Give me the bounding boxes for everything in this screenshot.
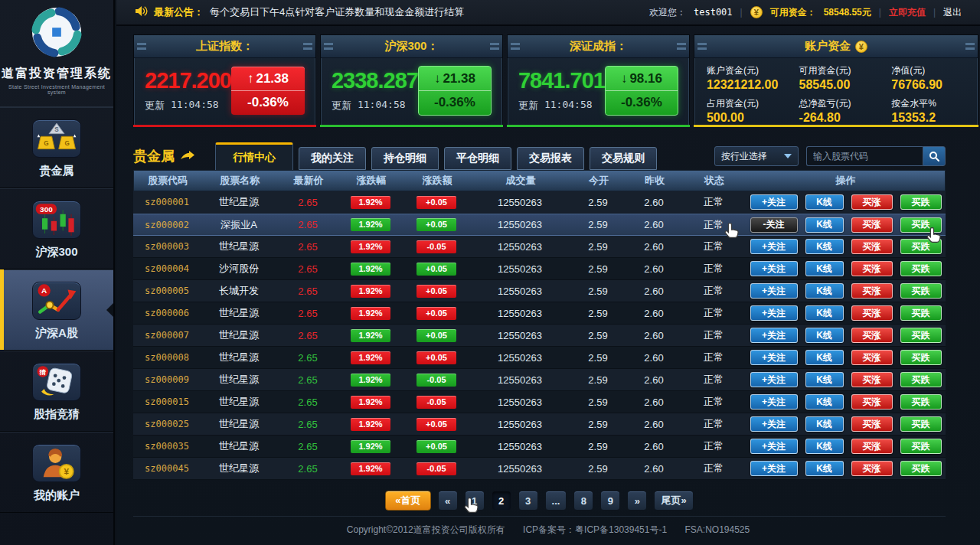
buy-up-button[interactable]: 买涨 bbox=[851, 239, 893, 254]
buy-down-button[interactable]: 买跌 bbox=[900, 239, 942, 254]
table-row[interactable]: sz000001 世纪星源 2.65 1.92% +0.05 12550263 … bbox=[133, 191, 946, 214]
watch-button[interactable]: +关注 bbox=[750, 372, 798, 387]
buy-up-button[interactable]: 买涨 bbox=[851, 305, 893, 321]
tab[interactable]: 我的关注 bbox=[299, 147, 366, 170]
chevron-down-icon bbox=[784, 154, 792, 158]
buy-up-button[interactable]: 买涨 bbox=[851, 261, 893, 276]
buy-down-button[interactable]: 买跌 bbox=[900, 283, 942, 299]
watch-button[interactable]: +关注 bbox=[750, 350, 798, 365]
page-button[interactable]: «首页 bbox=[385, 491, 430, 511]
latest-price: 2.65 bbox=[277, 263, 338, 275]
buy-up-button[interactable]: 买涨 bbox=[851, 194, 893, 210]
buy-down-button[interactable]: 买跌 bbox=[900, 439, 942, 454]
table-row[interactable]: sz000003 世纪星源 2.65 1.92% -0.05 12550263 … bbox=[133, 236, 946, 258]
volume: 12550263 bbox=[470, 352, 570, 364]
buy-up-button[interactable]: 买涨 bbox=[851, 283, 893, 299]
index-value: 2217.200 bbox=[145, 68, 231, 93]
buy-up-button[interactable]: 买涨 bbox=[851, 461, 893, 476]
buy-down-button[interactable]: 买跌 bbox=[900, 372, 942, 387]
page-button[interactable]: 尾页» bbox=[654, 491, 693, 511]
watch-button[interactable]: -关注 bbox=[750, 217, 798, 233]
kline-button[interactable]: K线 bbox=[805, 305, 844, 321]
kline-button[interactable]: K线 bbox=[805, 194, 844, 210]
table-row[interactable]: sz000006 世纪星源 2.65 1.92% +0.05 12550263 … bbox=[133, 302, 946, 325]
watch-button[interactable]: +关注 bbox=[750, 305, 798, 321]
account-panel: 账户资金 ¥ 账户资金(元) 12321212.00 可用资金(元) 58545… bbox=[694, 34, 978, 127]
page-button[interactable]: 3 bbox=[518, 491, 538, 511]
sidebar-item-hs300[interactable]: 300 沪深300 bbox=[0, 188, 113, 269]
stock-code-input[interactable] bbox=[806, 146, 923, 166]
watch-button[interactable]: +关注 bbox=[750, 283, 798, 299]
table-row[interactable]: sz000025 世纪星源 2.65 1.92% +0.05 12550263 … bbox=[133, 413, 946, 436]
watch-button[interactable]: +关注 bbox=[750, 194, 798, 210]
sidebar-item-my-account[interactable]: ¥ 我的账户 bbox=[0, 432, 113, 513]
kline-button[interactable]: K线 bbox=[805, 350, 844, 365]
logout-link[interactable]: 退出 bbox=[943, 6, 962, 19]
table-row[interactable]: sz000015 世纪星源 2.65 1.92% -0.05 12550263 … bbox=[133, 391, 946, 413]
buy-down-button[interactable]: 买跌 bbox=[900, 416, 942, 432]
watch-button[interactable]: +关注 bbox=[750, 416, 798, 432]
page-button[interactable]: 2 bbox=[492, 491, 511, 511]
buy-up-button[interactable]: 买涨 bbox=[851, 217, 893, 233]
buy-up-button[interactable]: 买涨 bbox=[851, 350, 893, 365]
announcement-text: 每个交易日下午4点针对客户证券数量和现金金额进行结算 bbox=[210, 5, 464, 19]
kline-button[interactable]: K线 bbox=[805, 372, 844, 387]
table-row[interactable]: sz000004 沙河股份 2.65 1.92% +0.05 12550263 … bbox=[133, 258, 946, 280]
kline-button[interactable]: K线 bbox=[805, 461, 844, 476]
kline-button[interactable]: K线 bbox=[805, 416, 844, 432]
buy-up-button[interactable]: 买涨 bbox=[851, 372, 893, 387]
buy-down-button[interactable]: 买跌 bbox=[900, 261, 942, 276]
tab[interactable]: 行情中心 bbox=[215, 142, 293, 170]
watch-button[interactable]: +关注 bbox=[750, 394, 798, 410]
buy-down-button[interactable]: 买跌 bbox=[900, 328, 942, 343]
buy-down-button[interactable]: 买跌 bbox=[900, 461, 942, 476]
tab[interactable]: 交易规则 bbox=[590, 147, 657, 170]
sidebar-item-index-guess[interactable]: 猜 股指竞猜 bbox=[0, 351, 113, 432]
kline-button[interactable]: K线 bbox=[805, 394, 844, 410]
buy-down-button[interactable]: 买跌 bbox=[900, 394, 942, 410]
welcome-label: 欢迎您： bbox=[649, 6, 686, 19]
tab[interactable]: 平仓明细 bbox=[444, 147, 511, 170]
industry-select[interactable]: 按行业选择 bbox=[714, 146, 799, 166]
recharge-link[interactable]: 立即充值 bbox=[889, 6, 926, 19]
buy-up-button[interactable]: 买涨 bbox=[851, 394, 893, 410]
kline-button[interactable]: K线 bbox=[805, 217, 844, 233]
kline-button[interactable]: K线 bbox=[805, 239, 844, 254]
page-button[interactable]: 8 bbox=[573, 491, 593, 511]
buy-down-button[interactable]: 买跌 bbox=[900, 217, 942, 233]
buy-up-button[interactable]: 买涨 bbox=[851, 416, 893, 432]
page-button[interactable]: 9 bbox=[600, 491, 620, 511]
watch-button[interactable]: +关注 bbox=[750, 461, 798, 476]
table-row[interactable]: sz000045 世纪星源 2.65 1.92% -0.05 12550263 … bbox=[133, 458, 946, 480]
table-row[interactable]: sz000002 深振业A 2.65 1.92% +0.05 12550263 … bbox=[133, 214, 946, 236]
table-row[interactable]: sz000035 世纪星源 2.65 1.92% +0.05 12550263 … bbox=[133, 436, 946, 458]
buy-down-button[interactable]: 买跌 bbox=[900, 350, 942, 365]
watch-button[interactable]: +关注 bbox=[750, 261, 798, 276]
kline-button[interactable]: K线 bbox=[805, 283, 844, 299]
svg-text:G: G bbox=[44, 140, 48, 147]
buy-up-button[interactable]: 买涨 bbox=[851, 439, 893, 454]
table-row[interactable]: sz000009 世纪星源 2.65 1.92% -0.05 12550263 … bbox=[133, 369, 946, 391]
page-button[interactable]: « bbox=[438, 491, 458, 511]
row-actions: +关注 K线 买涨 买跌 bbox=[746, 372, 946, 387]
watch-button[interactable]: +关注 bbox=[750, 328, 798, 343]
page-button[interactable]: ... bbox=[545, 491, 567, 511]
page-button[interactable]: 1 bbox=[465, 491, 485, 511]
buy-down-button[interactable]: 买跌 bbox=[900, 194, 942, 210]
kline-button[interactable]: K线 bbox=[805, 328, 844, 343]
kline-button[interactable]: K线 bbox=[805, 261, 844, 276]
watch-button[interactable]: +关注 bbox=[750, 439, 798, 454]
page-button[interactable]: » bbox=[627, 491, 647, 511]
sidebar-item-a-shares[interactable]: A 沪深A股 bbox=[0, 269, 113, 351]
table-row[interactable]: sz000005 长城开发 2.65 1.92% +0.05 12550263 … bbox=[133, 280, 946, 302]
table-row[interactable]: sz000007 世纪星源 2.65 1.92% +0.05 12550263 … bbox=[133, 325, 946, 347]
table-row[interactable]: sz000008 世纪星源 2.65 1.92% +0.05 12550263 … bbox=[133, 347, 946, 369]
buy-up-button[interactable]: 买涨 bbox=[851, 328, 893, 343]
tab[interactable]: 交易报表 bbox=[517, 147, 584, 170]
search-button[interactable] bbox=[923, 146, 946, 166]
kline-button[interactable]: K线 bbox=[805, 439, 844, 454]
buy-down-button[interactable]: 买跌 bbox=[900, 305, 942, 321]
watch-button[interactable]: +关注 bbox=[750, 239, 798, 254]
sidebar-item-precious-metals[interactable]: S G G 贵金属 bbox=[0, 107, 113, 188]
tab[interactable]: 持仓明细 bbox=[371, 147, 439, 170]
